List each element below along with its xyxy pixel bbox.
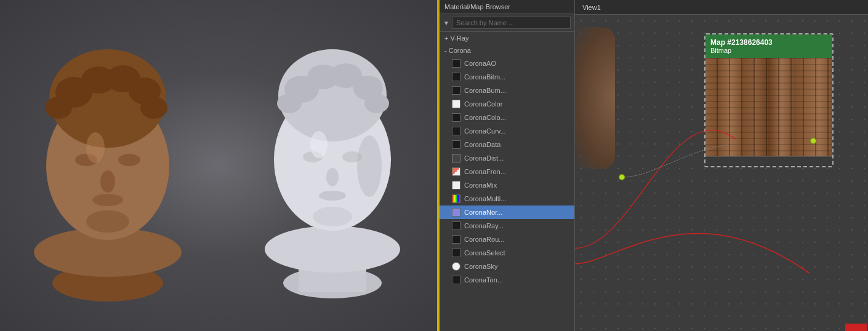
svg-point-29 [364, 94, 389, 113]
label-coronadata: CoronaData [464, 141, 500, 148]
svg-point-15 [92, 194, 123, 206]
svg-point-35 [310, 131, 328, 158]
label-coronacolo: CoronaColo... [464, 114, 506, 121]
bust-white [246, 25, 419, 301]
viewport-left [0, 0, 437, 331]
svg-point-28 [277, 94, 302, 113]
tab-view1[interactable]: View1 [582, 4, 601, 11]
list-item-coronasky[interactable]: CoronaSky [440, 260, 574, 273]
label-coronarou: CoronaRou... [464, 236, 504, 243]
label-coronacolor: CoronaColor [464, 100, 502, 108]
label-coronabitm: CoronaBitm... [464, 73, 505, 81]
node-card-footer [705, 156, 832, 166]
label-coronadist: CoronaDist... [464, 154, 504, 162]
label-coronamulti: CoronaMulti... [464, 195, 506, 202]
swatch-coronacolo [452, 113, 460, 122]
label-coronaselect: CoronaSelect [464, 249, 505, 257]
bust-brown [12, 25, 203, 301]
connector-red-bottom [845, 324, 867, 331]
label-coronamix: CoronaMix [464, 181, 497, 189]
swatch-coronamulti [452, 194, 460, 203]
swatch-coronabum [452, 86, 460, 95]
swatch-coronaton [452, 276, 460, 284]
list-item-coronafron[interactable]: CoronaFron... [440, 165, 574, 178]
browser-title-text: Material/Map Browser [444, 3, 510, 10]
label-coronaray: CoronaRay... [464, 222, 504, 229]
list-item-coronamulti[interactable]: CoronaMulti... [440, 192, 574, 205]
list-item-coronaao[interactable]: CoronaAO [440, 57, 574, 70]
label-coronaao: CoronaAO [464, 60, 496, 67]
browser-title-bar: View1 Material/Map Browser [440, 0, 574, 14]
list-item-coronacolo[interactable]: CoronaColo... [440, 111, 574, 124]
node-card-preview [705, 58, 832, 156]
list-item-coronadist[interactable]: CoronaDist... [440, 151, 574, 165]
label-coronaton: CoronaTon... [464, 276, 503, 284]
svg-point-32 [326, 168, 339, 186]
viewport-separator [437, 0, 440, 331]
node-card-header: Map #2138626403 Bitmap [705, 34, 832, 58]
group-corona[interactable]: Corona [440, 44, 574, 57]
list-item-coronaselect[interactable]: CoronaSelect [440, 246, 574, 260]
swatch-coronaray [452, 221, 460, 230]
search-arrow-icon: ▼ [443, 20, 449, 26]
svg-point-11 [140, 97, 167, 119]
list-item-coronadata[interactable]: CoronaData [440, 138, 574, 151]
list-item-coronaray[interactable]: CoronaRay... [440, 219, 574, 233]
group-vray[interactable]: V-Ray [440, 32, 574, 44]
list-item-coronanor[interactable]: CoronaNor... [440, 205, 574, 219]
browser-list[interactable]: V-Ray Corona CoronaAO CoronaBitm... Coro… [440, 32, 574, 331]
swatch-coronadist [452, 154, 460, 162]
node-canvas[interactable]: Map #2138626403 Bitmap [575, 15, 868, 331]
label-coronasky: CoronaSky [464, 263, 497, 270]
svg-point-14 [100, 170, 115, 193]
label-coronanor: CoronaNor... [464, 209, 502, 216]
label-coronabum: CoronaBum... [464, 87, 506, 94]
node-editor-panel: View1 Map #2138626403 [575, 0, 868, 331]
label-coronacurv: CoronaCurv... [464, 127, 506, 135]
list-item-coronabitm[interactable]: CoronaBitm... [440, 70, 574, 84]
swatch-coronanor [452, 208, 460, 217]
search-bar[interactable]: ▼ [440, 14, 574, 32]
partial-bust-right [575, 27, 615, 169]
swatch-coronarou [452, 235, 460, 244]
node-card-bitmap[interactable]: Map #2138626403 Bitmap [704, 33, 834, 167]
wood-texture-preview [705, 58, 832, 156]
node-card-title: Map #2138626403 [710, 38, 827, 47]
list-item-coronabum[interactable]: CoronaBum... [440, 84, 574, 97]
swatch-coronacurv [452, 127, 460, 135]
swatch-coronaao [452, 59, 460, 68]
swatch-coronabitm [452, 73, 460, 81]
svg-point-36 [357, 135, 382, 197]
list-item-coronacolor[interactable]: CoronaColor [440, 97, 574, 111]
swatch-coronaselect [452, 249, 460, 257]
list-item-coronaton[interactable]: CoronaTon... [440, 273, 574, 287]
svg-point-13 [118, 154, 140, 166]
label-coronafron: CoronaFron... [464, 168, 506, 175]
list-item-coronacurv[interactable]: CoronaCurv... [440, 124, 574, 138]
svg-point-33 [319, 191, 346, 201]
material-browser-panel: View1 Material/Map Browser ▼ V-Ray Coron… [440, 0, 575, 331]
svg-point-17 [86, 132, 105, 163]
right-panel: View1 Material/Map Browser ▼ V-Ray Coron… [440, 0, 868, 331]
swatch-coronamix [452, 181, 460, 189]
list-item-coronarou[interactable]: CoronaRou... [440, 233, 574, 246]
svg-point-16 [86, 210, 129, 233]
node-editor-tab-bar: View1 [575, 0, 868, 15]
swatch-coronacolor [452, 100, 460, 108]
search-input[interactable] [452, 17, 571, 29]
swatch-coronadata [452, 140, 460, 149]
swatch-coronasky [452, 262, 460, 271]
svg-point-10 [45, 97, 72, 119]
svg-point-34 [313, 207, 352, 226]
swatch-coronafron [452, 167, 460, 176]
node-card-subtitle: Bitmap [710, 47, 827, 54]
list-item-coronamix[interactable]: CoronaMix [440, 178, 574, 192]
